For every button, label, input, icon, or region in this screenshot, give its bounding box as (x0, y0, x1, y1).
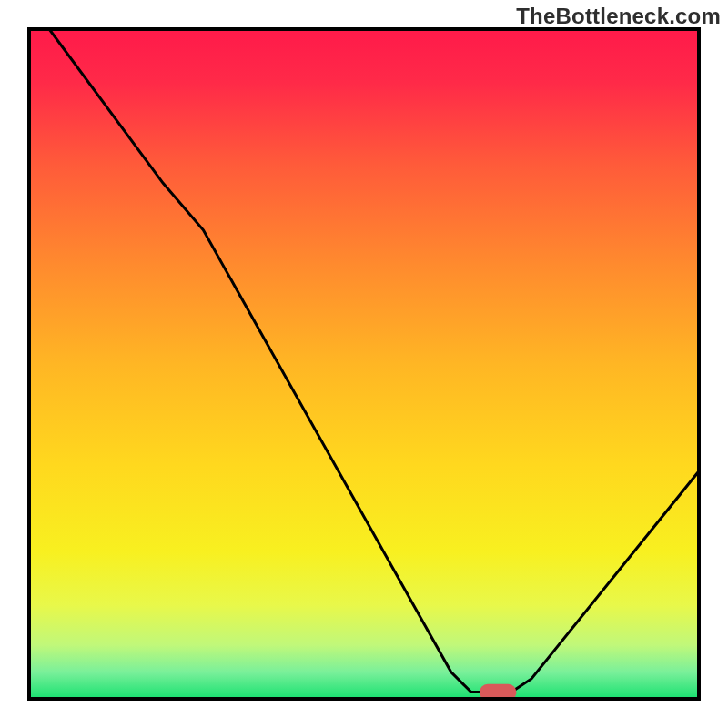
bottleneck-chart (0, 0, 728, 728)
watermark-text: TheBottleneck.com (516, 4, 721, 29)
chart-container: TheBottleneck.com (0, 0, 728, 728)
plot-background-gradient (29, 29, 699, 699)
